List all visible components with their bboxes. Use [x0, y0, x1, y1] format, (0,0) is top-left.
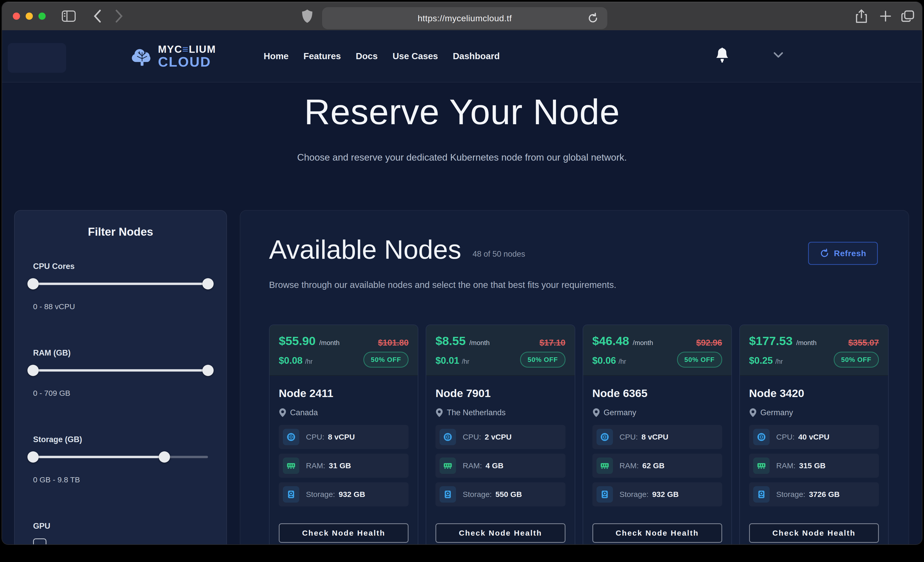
- filter-label: CPU Cores: [33, 262, 208, 271]
- site-navbar: MYC≡LIUM CLOUD HomeFeaturesDocsUse Cases…: [2, 30, 922, 82]
- node-specs: CPU: 40 vCPU RAM: 315 GB Storage: 3726 G…: [749, 425, 879, 511]
- node-name: Node 7901: [435, 387, 565, 399]
- monthly-price: $46.48: [592, 334, 629, 348]
- storage-icon: [753, 486, 770, 502]
- node-price-header: $8.55 /month $17.10 $0.01 /hr 50% OFF: [426, 325, 574, 376]
- node-card-body: Node 7901 The Netherlands CPU: 2 vCPU RA…: [426, 376, 574, 544]
- hourly-price: $0.08: [279, 355, 303, 366]
- hourly-price: $0.06: [592, 355, 616, 366]
- ram-icon: [440, 457, 456, 474]
- refresh-button[interactable]: Refresh: [808, 242, 878, 265]
- spec-row: RAM: 315 GB: [749, 454, 879, 478]
- filter-group: CPU Cores 0 - 88 vCPU: [33, 262, 208, 311]
- refresh-icon: [820, 248, 830, 258]
- cpu-icon: [440, 429, 456, 445]
- check-node-health-button[interactable]: Check Node Health: [279, 523, 408, 543]
- back-button-icon[interactable]: [93, 9, 102, 23]
- minimize-window-button[interactable]: [26, 13, 33, 20]
- slider-handle-min[interactable]: [27, 451, 39, 463]
- hourly-price-unit: /hr: [462, 358, 469, 365]
- node-cards-grid: $55.90 /month $101.80 $0.08 /hr 50% OFF …: [269, 324, 889, 544]
- ram-icon: [753, 457, 770, 474]
- forward-button-icon[interactable]: [115, 9, 124, 23]
- close-window-button[interactable]: [13, 13, 20, 20]
- filter-panel: Filter Nodes CPU Cores 0 - 88 vCPU RAM (…: [14, 210, 227, 544]
- brand-name-top: MYC≡LIUM: [158, 44, 216, 54]
- gpu-checkbox[interactable]: [33, 538, 46, 544]
- location-pin-icon: [749, 408, 757, 417]
- nav-link-features[interactable]: Features: [303, 51, 341, 61]
- monthly-price: $55.90: [279, 334, 316, 348]
- storage-icon: [283, 486, 299, 502]
- old-price-strikethrough: $17.10: [540, 338, 566, 348]
- storage-icon: [597, 486, 613, 502]
- node-card: $177.53 /month $355.07 $0.25 /hr 50% OFF…: [740, 324, 889, 544]
- ram-icon: [597, 457, 613, 474]
- node-card: $8.55 /month $17.10 $0.01 /hr 50% OFF No…: [426, 324, 575, 544]
- location-pin-icon: [279, 408, 286, 417]
- refresh-button-label: Refresh: [834, 249, 866, 258]
- filter-label: RAM (GB): [33, 348, 208, 357]
- slider-active-range: [33, 369, 208, 372]
- old-price-strikethrough: $101.80: [378, 338, 408, 348]
- filter-range-text: 0 - 88 vCPU: [33, 302, 208, 311]
- node-price-header: $177.53 /month $355.07 $0.25 /hr 50% OFF: [740, 325, 888, 376]
- slider-handle-min[interactable]: [27, 278, 39, 290]
- location-pin-icon: [435, 408, 443, 417]
- reload-icon[interactable]: [587, 13, 598, 24]
- page-subtitle: Choose and reserve your dedicated Kubern…: [2, 152, 922, 163]
- range-slider[interactable]: [33, 451, 208, 463]
- tab-overview-icon[interactable]: [901, 10, 915, 22]
- sidebar-toggle-icon[interactable]: [62, 10, 76, 22]
- site-logo[interactable]: MYC≡LIUM CLOUD: [130, 44, 216, 69]
- url-bar[interactable]: https://myceliumcloud.tf: [322, 7, 607, 29]
- filter-group: RAM (GB) 0 - 709 GB: [33, 348, 208, 398]
- available-nodes-panel: Available Nodes 48 of 50 nodes Refresh B…: [240, 210, 909, 544]
- filter-groups: CPU Cores 0 - 88 vCPU RAM (GB) 0 - 709 G…: [33, 262, 208, 544]
- slider-handle-min[interactable]: [27, 365, 39, 376]
- range-slider[interactable]: [33, 365, 208, 376]
- check-node-health-button[interactable]: Check Node Health: [435, 523, 565, 543]
- filter-range-text: 0 GB - 9.8 TB: [33, 475, 208, 484]
- hourly-price: $0.25: [749, 355, 773, 366]
- slider-active-range: [33, 283, 208, 285]
- monthly-price-unit: /month: [796, 339, 817, 347]
- check-node-health-button[interactable]: Check Node Health: [749, 523, 879, 543]
- check-node-health-button[interactable]: Check Node Health: [592, 523, 722, 543]
- node-location: Canada: [290, 408, 318, 417]
- user-menu-chevron-down-icon[interactable]: [774, 52, 783, 58]
- slider-handle-max[interactable]: [202, 365, 214, 376]
- share-icon[interactable]: [855, 9, 867, 23]
- shield-icon[interactable]: [302, 9, 313, 23]
- filter-group: Storage (GB) 0 GB - 9.8 TB: [33, 435, 208, 484]
- filter-range-text: 0 - 709 GB: [33, 389, 208, 398]
- cpu-icon: [597, 429, 613, 445]
- slider-handle-max[interactable]: [159, 451, 170, 463]
- node-card: $55.90 /month $101.80 $0.08 /hr 50% OFF …: [269, 324, 418, 544]
- node-location: The Netherlands: [447, 408, 506, 417]
- available-nodes-subtitle: Browse through our available nodes and s…: [269, 280, 616, 290]
- new-tab-icon[interactable]: [880, 10, 891, 22]
- storage-icon: [440, 486, 456, 502]
- monthly-price: $8.55: [435, 334, 466, 348]
- nav-link-home[interactable]: Home: [264, 51, 288, 61]
- nav-link-dashboard[interactable]: Dashboard: [453, 51, 500, 61]
- nav-placeholder: [8, 43, 66, 73]
- zoom-window-button[interactable]: [39, 13, 46, 20]
- spec-row: CPU: 8 vCPU: [279, 425, 408, 449]
- notifications-bell-icon[interactable]: [716, 47, 729, 63]
- spec-row: RAM: 62 GB: [592, 454, 722, 478]
- nav-link-docs[interactable]: Docs: [356, 51, 378, 61]
- range-slider[interactable]: [33, 278, 208, 290]
- browser-window: https://myceliumcloud.tf: [2, 2, 922, 544]
- spec-row: Storage: 550 GB: [435, 482, 565, 507]
- hourly-price-unit: /hr: [775, 358, 783, 365]
- slider-handle-max[interactable]: [202, 278, 214, 290]
- node-specs: CPU: 8 vCPU RAM: 62 GB Storage: 932 GB: [592, 425, 722, 511]
- brand-name-bottom: CLOUD: [158, 55, 216, 69]
- desktop: { "browser": { "url": "https://myceliumc…: [0, 0, 924, 562]
- nav-link-use-cases[interactable]: Use Cases: [393, 51, 438, 61]
- hourly-price-unit: /hr: [619, 358, 626, 365]
- spec-row: RAM: 4 GB: [435, 454, 565, 478]
- old-price-strikethrough: $355.07: [848, 338, 879, 348]
